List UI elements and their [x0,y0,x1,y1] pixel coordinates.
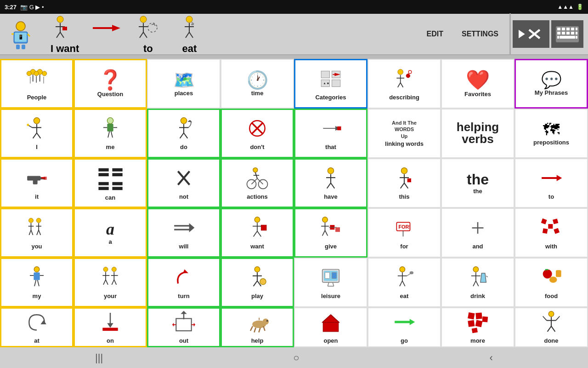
cell-actions[interactable]: actions [220,158,294,208]
cell-more[interactable]: more [441,307,514,347]
cell-helpverbs[interactable]: helping verbs [441,109,514,158]
cell-prepositions[interactable]: 🗺 prepositions [514,109,588,158]
cell-question-label: Question [97,91,123,98]
cell-will[interactable]: will [147,208,220,258]
svg-point-126 [36,218,41,223]
svg-rect-235 [482,316,488,322]
cell-describing-label: describing [389,94,419,101]
svg-rect-34 [557,28,560,30]
svg-rect-5 [16,45,20,49]
sentence-arrow [93,16,120,53]
cell-leisure[interactable]: leisure [294,258,368,307]
cell-a[interactable]: a a [74,208,147,258]
cell-can[interactable]: 〓〓〓〓 can [74,158,147,208]
svg-line-76 [37,133,40,138]
svg-marker-218 [194,323,195,327]
cell-want[interactable]: want [220,208,294,258]
svg-line-202 [473,281,476,286]
cell-linking[interactable]: And It TheWORDSUp linking words [368,109,441,158]
cell-for[interactable]: FOR! for [368,208,441,258]
svg-line-224 [263,326,265,331]
cell-i[interactable]: I [0,109,74,158]
cell-have[interactable]: have [294,158,368,208]
svg-point-144 [322,217,328,222]
cell-me-label: me [106,144,115,150]
cell-done-label: done [544,337,558,344]
cell-time[interactable]: 🕐 time [220,59,294,109]
cell-open[interactable]: open [294,307,368,347]
svg-rect-101 [44,177,47,180]
svg-rect-160 [554,228,560,234]
cell-places[interactable]: 🗺️ places [147,59,220,109]
svg-rect-98 [33,179,38,184]
nav-back-button[interactable]: ‹ [471,352,511,364]
cell-and[interactable]: and [441,208,514,258]
svg-line-25 [186,32,189,38]
keyboard-button[interactable] [551,20,583,48]
svg-line-75 [33,133,37,138]
svg-rect-232 [475,312,482,319]
cell-done[interactable]: done [514,307,588,347]
cell-people[interactable]: People [0,59,74,109]
cell-eat[interactable]: eat [368,258,441,307]
cell-question[interactable]: ❓ Question [74,59,147,109]
cell-my[interactable]: my [0,258,74,307]
cell-out[interactable]: out [147,307,220,347]
cell-the[interactable]: the the [441,158,514,208]
cell-dont[interactable]: don't [220,109,294,158]
svg-line-195 [400,281,402,286]
cell-do-label: do [180,144,187,150]
svg-point-179 [254,266,260,272]
cell-describing[interactable]: describing [368,59,441,109]
cell-not[interactable]: not [147,158,220,208]
cell-you[interactable]: you [0,208,74,258]
cell-play[interactable]: play [220,258,294,307]
svg-line-115 [327,183,331,188]
cell-linking-label: linking words [385,140,424,147]
svg-rect-57 [321,71,329,78]
cell-food[interactable]: food [514,258,588,307]
edit-button[interactable]: EDIT [418,30,452,38]
svg-line-89 [184,133,187,138]
cell-drink[interactable]: drink [441,258,514,307]
svg-line-242 [543,316,547,321]
cell-favorites[interactable]: ❤️ Favorites [441,59,514,109]
cell-to[interactable]: to [514,158,588,208]
svg-point-79 [107,117,113,123]
status-time: 3:27 [5,4,17,11]
svg-rect-234 [475,320,483,327]
cell-your[interactable]: your [74,258,147,307]
cell-myphrases[interactable]: 💬 My Phrases [514,59,588,109]
cell-me[interactable]: me [74,109,147,158]
svg-point-78 [27,124,29,126]
cell-this[interactable]: this [368,158,441,208]
cell-at[interactable]: at [0,307,74,347]
svg-rect-35 [562,28,565,30]
cell-give[interactable]: give [294,208,368,258]
svg-point-168 [103,267,108,271]
delete-button[interactable] [513,20,549,48]
nav-home-button[interactable]: ○ [275,352,317,364]
svg-line-11 [57,32,60,38]
cell-want-label: want [250,243,264,250]
svg-rect-212 [176,319,191,331]
svg-marker-210 [107,323,113,328]
cell-go[interactable]: go [368,307,441,347]
nav-menu-button[interactable]: ||| [77,352,121,364]
cell-turn[interactable]: turn [147,258,220,307]
svg-marker-230 [410,319,415,325]
cell-that[interactable]: that [294,109,368,158]
cell-on[interactable]: on [74,307,147,347]
cell-your-label: your [104,293,117,299]
svg-point-237 [548,311,554,317]
cell-it[interactable]: it [0,158,74,208]
svg-rect-191 [332,272,337,278]
svg-rect-45 [557,36,559,39]
cell-with[interactable]: with [514,208,588,258]
settings-button[interactable]: SETTINGS [452,30,508,38]
cell-favorites-label: Favorites [464,91,491,98]
cell-help[interactable]: help [220,307,294,347]
cell-do[interactable]: do [147,109,220,158]
cell-categories[interactable]: ▲ ■ Categories [294,59,368,109]
svg-line-240 [548,326,551,332]
